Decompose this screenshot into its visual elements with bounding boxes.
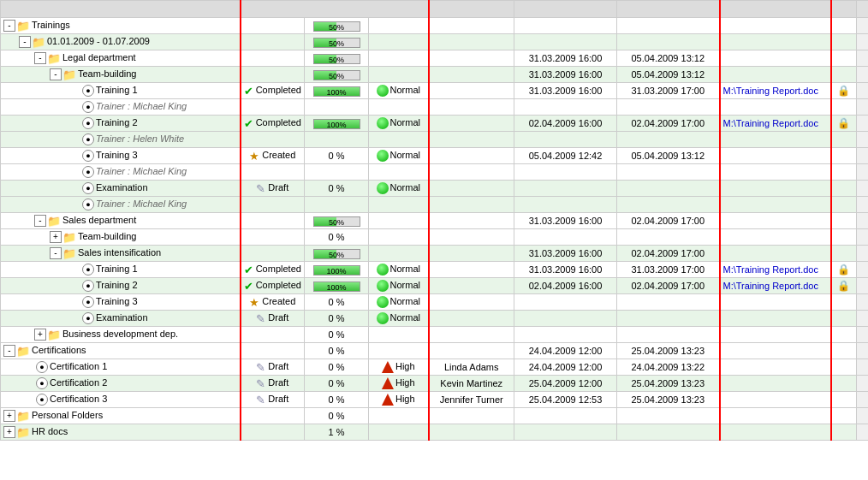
- status-cell: [241, 99, 305, 116]
- status-draft-icon: ✎: [256, 394, 265, 406]
- finish-cell: 25.04.2009 13:23: [617, 343, 720, 359]
- attachment-link[interactable]: M:\Training Report.doc: [723, 86, 818, 96]
- finish-cell: 31.03.2009 17:00: [617, 262, 720, 278]
- attachment-cell: [720, 50, 831, 67]
- row-name: Training 2: [96, 280, 138, 290]
- finish-cell: 05.04.2009 13:12: [617, 67, 720, 83]
- start-cell: [514, 229, 617, 246]
- table-row: ●Trainer : Michael King: [1, 197, 869, 213]
- name-cell: -📁Trainings: [1, 18, 241, 34]
- expand-icon[interactable]: -: [50, 68, 62, 80]
- finish-cell: [617, 99, 720, 116]
- row-name: Training 1: [96, 264, 138, 274]
- priority-cell: Normal: [369, 116, 429, 132]
- status-text: Created: [262, 296, 295, 306]
- assigned-cell: [429, 343, 514, 359]
- status-text: Draft: [268, 361, 288, 371]
- name-cell: -📁01.01.2009 - 01.07.2009: [1, 34, 241, 50]
- lock-icon: 🔒: [837, 264, 850, 276]
- status-text: Draft: [268, 377, 288, 388]
- item-icon: ●: [36, 377, 48, 389]
- expand-icon[interactable]: +: [34, 329, 46, 341]
- expand-icon[interactable]: +: [50, 231, 62, 243]
- expand-icon[interactable]: -: [34, 215, 46, 227]
- info-cell: 🔒: [831, 83, 857, 99]
- start-cell: 31.03.2009 16:00: [514, 67, 617, 83]
- complete-cell: 100%: [305, 116, 369, 132]
- name-cell: ●Certification 1: [1, 359, 241, 376]
- expand-icon[interactable]: -: [34, 52, 46, 64]
- name-cell: +📁Team-building: [1, 229, 241, 246]
- status-text: Completed: [256, 264, 301, 274]
- row-name: Certification 3: [50, 394, 107, 404]
- status-cell: ✎ Draft: [241, 311, 305, 327]
- expand-icon[interactable]: +: [3, 410, 15, 422]
- complete-cell: 0 %: [305, 376, 369, 392]
- start-cell: 02.04.2009 16:00: [514, 278, 617, 294]
- status-cell: [241, 34, 305, 50]
- table-row: -📁Sales intensification 50% 31.03.2009 1…: [1, 246, 869, 262]
- table-row: ●Training 1 ✔ Completed 100% Normal 31.0…: [1, 262, 869, 278]
- complete-cell: [305, 99, 369, 116]
- folder-icon: 📁: [16, 20, 30, 33]
- attachment-cell: [720, 376, 831, 392]
- finish-cell: [617, 132, 720, 148]
- status-cell: ✎ Draft: [241, 181, 305, 197]
- trainer-icon: ●: [82, 101, 94, 113]
- attachment-link[interactable]: M:\Training Report.doc: [723, 281, 818, 291]
- info-cell: [831, 294, 857, 311]
- table-row: ●Certification 3 ✎ Draft 0 % High Jennif…: [1, 392, 869, 408]
- row-name: Sales intensification: [78, 247, 161, 258]
- expand-icon[interactable]: -: [19, 36, 31, 48]
- row-name: HR docs: [32, 426, 68, 436]
- priority-text: Normal: [390, 312, 420, 323]
- expand-icon[interactable]: -: [3, 345, 15, 357]
- progress-bar: 50%: [313, 54, 360, 64]
- col-header-attachment: [720, 1, 831, 18]
- complete-text: 1 %: [329, 427, 345, 437]
- start-cell: [514, 132, 617, 148]
- start-cell: [514, 327, 617, 343]
- priority-cell: [369, 213, 429, 229]
- folder-icon: 📁: [62, 68, 76, 81]
- info-cell: [831, 148, 857, 164]
- status-draft-icon: ✎: [256, 377, 265, 390]
- table-row: -📁Team-building 50% 31.03.2009 16:00 05.…: [1, 67, 869, 83]
- info-cell: [831, 18, 857, 34]
- row-name: Team-building: [78, 68, 136, 79]
- status-cell: [241, 18, 305, 34]
- name-cell: +📁Personal Folders: [1, 408, 241, 424]
- expand-icon[interactable]: -: [50, 247, 62, 259]
- row-name: Personal Folders: [32, 410, 103, 420]
- progress-bar: 100%: [313, 265, 360, 276]
- expand-icon[interactable]: -: [3, 20, 15, 32]
- status-cell: [241, 229, 305, 246]
- status-created-icon: ★: [249, 296, 259, 309]
- attachment-link[interactable]: M:\Training Report.doc: [723, 264, 818, 275]
- finish-cell: 02.04.2009 17:00: [617, 278, 720, 294]
- complete-cell: 0 %: [305, 408, 369, 424]
- attachment-link[interactable]: M:\Training Report.doc: [723, 118, 818, 128]
- scrollbar-header: [857, 1, 869, 18]
- finish-cell: [617, 327, 720, 343]
- priority-cell: [369, 34, 429, 50]
- name-cell: +📁HR docs: [1, 424, 241, 441]
- row-name: Examination: [96, 312, 148, 323]
- complete-text: 0 %: [329, 378, 345, 388]
- name-cell: ●Trainer : Michael King: [1, 197, 241, 213]
- priority-cell: [369, 132, 429, 148]
- status-cell: ★ Created: [241, 148, 305, 164]
- start-cell: 24.04.2009 12:00: [514, 359, 617, 376]
- expand-icon[interactable]: +: [3, 426, 15, 438]
- complete-text: 0 %: [329, 297, 345, 307]
- finish-cell: [617, 197, 720, 213]
- table-row: ●Trainer : Michael King: [1, 164, 869, 181]
- start-cell: 31.03.2009 16:00: [514, 262, 617, 278]
- finish-cell: [617, 311, 720, 327]
- complete-text: 0 %: [329, 394, 345, 405]
- name-cell: ●Training 3: [1, 148, 241, 164]
- item-icon: ●: [82, 182, 94, 194]
- priority-normal-icon: [377, 264, 389, 276]
- finish-cell: 31.03.2009 17:00: [617, 83, 720, 99]
- status-cell: ✎ Draft: [241, 376, 305, 392]
